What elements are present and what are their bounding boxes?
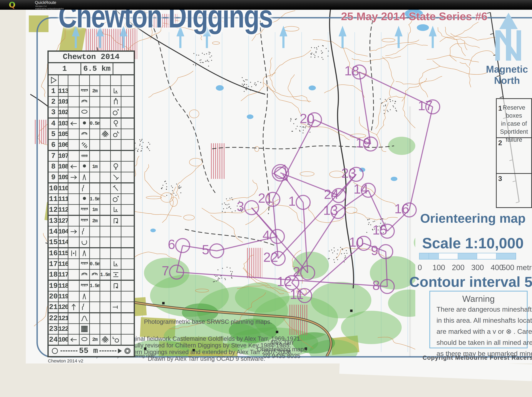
symbol-cell (80, 140, 90, 150)
control-number: 23 (341, 166, 356, 180)
gate-dot-in-icon (112, 217, 120, 225)
symbol-cell (111, 140, 121, 150)
scale-bar (419, 253, 516, 260)
circle-dot-bottom-icon (112, 162, 120, 171)
symbol-cell (121, 270, 132, 280)
arrow-left-icon (70, 119, 78, 128)
warning-line: in this area. All mineshafts located (430, 315, 527, 326)
symbol-cell (111, 118, 121, 129)
legend-contour-interval: Contour interval 5 m. (409, 274, 532, 290)
control-number-cell: 1 (49, 86, 59, 96)
symbol-cell (111, 335, 121, 345)
corner-dot-icon (112, 87, 120, 95)
symbol-cell (111, 129, 121, 139)
lash-icon (91, 271, 99, 279)
control-code-cell: 104 (59, 226, 68, 236)
symbol-cell (80, 259, 90, 269)
symbol-cell (90, 302, 100, 312)
symbol-cell (100, 313, 111, 323)
control-number-cell: 15 (49, 237, 59, 247)
symbol-cell: 1.5m (90, 281, 100, 291)
control-number: 9 (371, 243, 378, 258)
control-number: 22 (263, 250, 278, 265)
lash-icon (80, 98, 88, 106)
symbol-cell (111, 194, 121, 204)
symbol-cell: 2m (90, 216, 100, 226)
finish-circle-icon (123, 347, 132, 355)
gate-dot-top-icon (112, 98, 120, 106)
bars-dot-icon (112, 271, 120, 279)
circle-l-top-icon (112, 130, 120, 138)
wave-icon (80, 228, 88, 236)
oval-icon (80, 336, 88, 344)
control-code-cell: 115 (59, 248, 68, 258)
control-row: 23122 (49, 324, 134, 335)
symbol-cell (121, 194, 132, 204)
control-number: 16 (394, 201, 409, 216)
symbol-cell (121, 172, 132, 182)
symbol-cell (121, 205, 132, 215)
control-row: 3102 (49, 107, 134, 118)
control-number: 10 (349, 235, 364, 249)
symbol-cell (90, 313, 100, 323)
symbol-cell: 0.5m (90, 259, 100, 269)
control-number: 11 (290, 287, 303, 302)
control-code-cell: 114 (59, 237, 68, 247)
symbol-cell (100, 259, 111, 269)
control-number: 14 (353, 181, 368, 196)
comb-icon (80, 217, 88, 225)
symbol-cell (121, 216, 132, 226)
narrow-v-icon (80, 249, 88, 257)
symbol-cell: 1m (90, 205, 100, 215)
scale-segment (458, 253, 477, 259)
control-row: 41030.5m (49, 118, 134, 129)
symbol-cell (90, 107, 100, 117)
symbol-cell (90, 151, 100, 161)
arrow-left-icon (70, 336, 78, 344)
symbol-cell (100, 75, 111, 85)
warning-box: Warning There are dangerous mineshafts i… (429, 291, 528, 348)
symbol-cell (68, 183, 80, 193)
symbol-cell (100, 161, 111, 172)
control-number-cell: 23 (49, 324, 59, 334)
control-number: 5 (202, 242, 209, 257)
symbol-cell (80, 270, 90, 280)
dot-grid-icon (80, 325, 88, 333)
gate-dot-in-icon (112, 282, 120, 290)
symbol-cell (111, 259, 121, 269)
l-circle-icon (112, 336, 120, 344)
dash-t-icon (112, 303, 120, 311)
symbol-cell (100, 237, 111, 247)
symbol-cell (90, 140, 100, 150)
symbol-cell (68, 118, 80, 129)
symbol-cell (68, 335, 80, 345)
symbol-cell (90, 270, 100, 280)
scale-segment (420, 253, 439, 259)
symbol-cell (121, 248, 132, 258)
between-bars-icon (70, 249, 78, 257)
legend-map-type: Orienteering map (420, 211, 526, 226)
symbol-cell (111, 226, 121, 236)
control-number: 12 (277, 274, 292, 289)
reserve-box-3: 3 (497, 174, 531, 211)
symbol-cell (80, 302, 90, 312)
control-row: 2101 (49, 97, 134, 107)
control-row: 181171.5m (49, 270, 134, 281)
symbol-cell (68, 237, 80, 247)
symbol-cell (121, 324, 132, 334)
dot-icon (80, 162, 88, 171)
control-row: 21120 (49, 302, 134, 313)
symbol-cell (90, 248, 100, 258)
control-number: 4 (262, 228, 270, 243)
symbol-cell (100, 183, 111, 193)
symbol-cell (111, 324, 121, 334)
fence-icon (80, 152, 88, 160)
control-code-cell: 108 (59, 161, 68, 172)
lash-icon (80, 130, 88, 138)
control-number-cell: 16 (49, 248, 59, 258)
narrow-v-icon (80, 173, 88, 181)
control-number: 24 (324, 187, 339, 202)
control-row: 5105 (49, 129, 134, 140)
arrow-head-icon (118, 348, 122, 353)
control-number-cell: 4 (49, 118, 59, 129)
